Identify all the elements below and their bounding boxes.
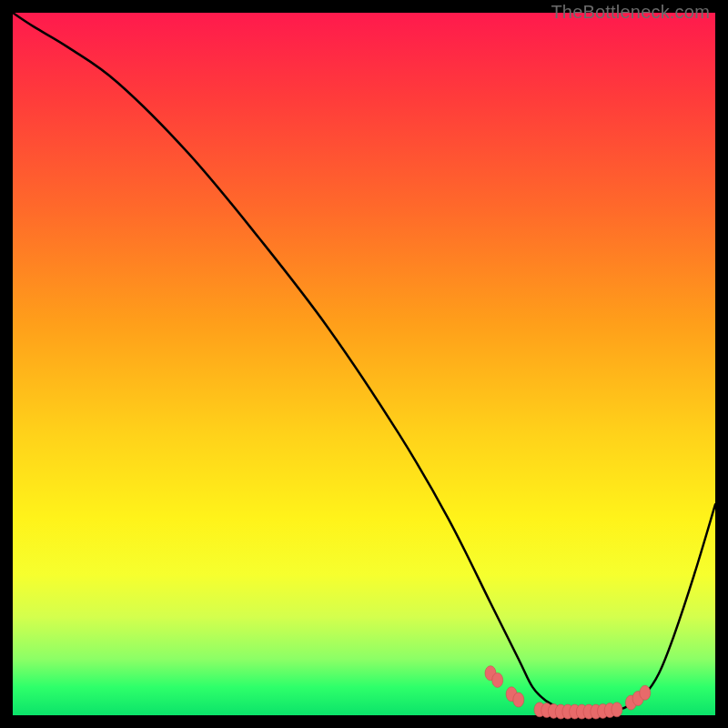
- chart-frame: TheBottleneck.com: [13, 13, 715, 715]
- bottleneck-curve-path: [13, 13, 715, 712]
- curve-marker-dot: [513, 693, 524, 707]
- curve-markers-group: [485, 666, 651, 719]
- curve-marker-dot: [640, 685, 651, 700]
- curve-marker-dot: [492, 672, 503, 687]
- bottleneck-curve-svg: [13, 13, 715, 715]
- curve-marker-dot: [612, 703, 622, 717]
